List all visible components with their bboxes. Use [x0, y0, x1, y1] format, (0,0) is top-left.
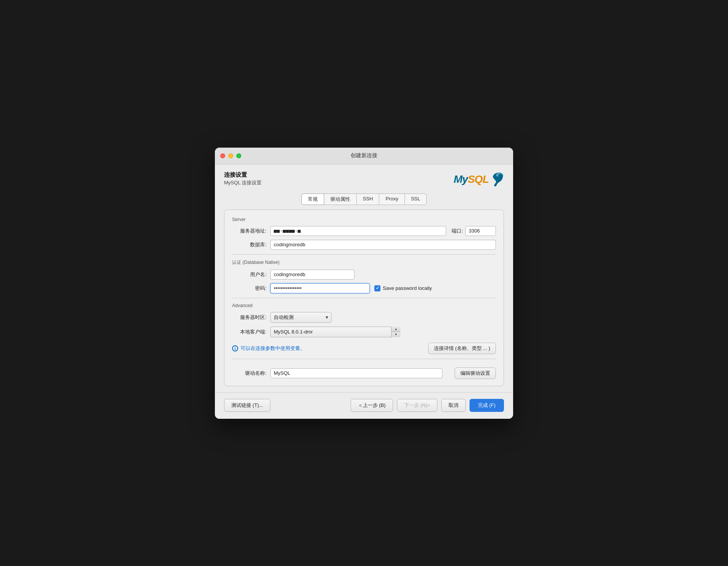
tab-driver-props[interactable]: 驱动属性 [324, 194, 357, 205]
connection-details-button[interactable]: 连接详情 (名称、类型 ... ) [428, 343, 496, 354]
save-password-checkbox[interactable] [374, 285, 380, 291]
divider-2 [232, 298, 496, 298]
timezone-select-wrapper: 自动检测 ▼ [270, 312, 332, 323]
tab-general[interactable]: 常规 [301, 194, 324, 205]
settings-subtitle: MySQL 连接设置 [224, 179, 262, 186]
main-window: 创建新连接 连接设置 MySQL 连接设置 MySQL [215, 148, 513, 419]
mysql-dolphin-icon [490, 171, 504, 187]
navigation-buttons: ＜上一步 (B) 下一步 (N)> 取消 完成 (F) [351, 399, 504, 412]
info-icon: i [232, 345, 238, 351]
divider-1 [232, 254, 496, 255]
close-button[interactable] [220, 153, 225, 158]
test-connection-button[interactable]: 测试链接 (T)... [224, 399, 270, 412]
content-area: 连接设置 MySQL 连接设置 MySQL 常规 [215, 164, 513, 386]
client-row: 本地客户端: MySQL 8.0.1-dmr ▲ ▼ [232, 327, 496, 337]
password-input-group: Save password locally [270, 283, 432, 293]
next-button: 下一步 (N)> [397, 399, 437, 412]
server-address-label: 服务器地址: [232, 228, 266, 234]
client-select[interactable]: MySQL 8.0.1-dmr [270, 327, 400, 337]
header-row: 连接设置 MySQL 连接设置 MySQL [224, 171, 504, 187]
password-input[interactable] [270, 283, 370, 293]
server-address-input[interactable] [270, 226, 446, 236]
tab-bar: 常规 驱动属性 SSH Proxy SSL [301, 194, 427, 205]
driver-label: 驱动名称: [232, 370, 266, 377]
timezone-row: 服务器时区: 自动检测 ▼ [232, 312, 496, 323]
info-left: i 可以在连接参数中使用变量。 [232, 345, 305, 352]
svg-point-1 [497, 175, 498, 176]
mysql-logo: MySQL [454, 171, 504, 187]
traffic-lights [220, 153, 241, 158]
client-label: 本地客户端: [232, 329, 266, 335]
username-label: 用户名: [232, 271, 266, 278]
info-message: 可以在连接参数中使用变量。 [240, 345, 305, 352]
server-section-title: Server [232, 217, 496, 222]
save-password-container: Save password locally [374, 285, 432, 291]
client-stepper: ▲ ▼ [391, 327, 400, 337]
tab-proxy[interactable]: Proxy [379, 194, 405, 205]
tabs-container: 常规 驱动属性 SSH Proxy SSL [224, 194, 504, 205]
save-password-label: Save password locally [383, 285, 432, 291]
main-panel: Server 服务器地址: 端口: 数据库: 认证 (Database Nati… [224, 210, 504, 386]
minimize-button[interactable] [228, 153, 233, 158]
password-row: 密码: Save password locally [232, 283, 496, 293]
tab-ssh[interactable]: SSH [356, 194, 380, 205]
username-input[interactable] [270, 270, 354, 280]
edit-driver-button[interactable]: 编辑驱动设置 [455, 368, 496, 379]
window-title: 创建新连接 [351, 152, 377, 159]
maximize-button[interactable] [236, 153, 241, 158]
port-input[interactable] [465, 226, 496, 236]
title-bar: 创建新连接 [215, 148, 513, 164]
database-row: 数据库: [232, 240, 496, 250]
database-input[interactable] [270, 240, 496, 250]
auth-section-title: 认证 (Database Native) [232, 259, 496, 266]
port-label: 端口: [452, 228, 463, 234]
driver-input[interactable] [270, 368, 442, 378]
finish-button[interactable]: 完成 (F) [470, 399, 504, 412]
cancel-button[interactable]: 取消 [441, 399, 466, 412]
client-select-wrapper: MySQL 8.0.1-dmr ▲ ▼ [270, 327, 400, 337]
database-label: 数据库: [232, 241, 266, 248]
tab-ssl[interactable]: SSL [405, 194, 427, 205]
prev-button[interactable]: ＜上一步 (B) [351, 399, 393, 412]
server-address-row: 服务器地址: 端口: [232, 226, 496, 236]
timezone-select[interactable]: 自动检测 [270, 312, 332, 323]
divider-3 [232, 359, 496, 359]
settings-header: 连接设置 MySQL 连接设置 [224, 171, 262, 186]
advanced-section-title: Advanced [232, 303, 496, 308]
stepper-down-icon[interactable]: ▼ [392, 332, 400, 337]
settings-label: 连接设置 [224, 171, 262, 179]
bottom-bar: 测试链接 (T)... ＜上一步 (B) 下一步 (N)> 取消 完成 (F) [215, 392, 513, 419]
info-row: i 可以在连接参数中使用变量。 连接详情 (名称、类型 ... ) [232, 343, 496, 354]
timezone-label: 服务器时区: [232, 314, 266, 321]
mysql-logo-text: MySQL [454, 173, 489, 185]
password-label: 密码: [232, 285, 266, 292]
stepper-up-icon[interactable]: ▲ [392, 327, 400, 332]
driver-left: 驱动名称: [232, 368, 442, 378]
driver-row: 驱动名称: 编辑驱动设置 [232, 364, 496, 379]
username-row: 用户名: [232, 270, 496, 280]
